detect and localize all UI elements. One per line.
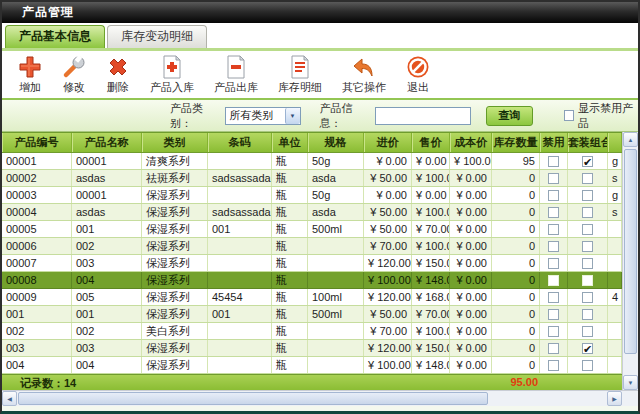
summary-bar: 记录数：14 95.00: [2, 374, 622, 390]
column-header-11[interactable]: 禁用: [540, 133, 568, 152]
combo-checkbox[interactable]: [582, 173, 593, 184]
cell: [308, 323, 364, 339]
combo-checkbox[interactable]: [582, 156, 593, 167]
cell: ¥ 150.0: [412, 255, 450, 271]
table-row[interactable]: 003003保湿系列瓶¥ 120.00¥ 150.0¥ 0.000: [2, 340, 622, 357]
cell: 00001: [2, 153, 72, 169]
scroll-right-icon[interactable]: ▶: [607, 391, 622, 406]
column-header-10[interactable]: 库存数量: [492, 133, 540, 152]
cell: 0: [492, 221, 540, 237]
cell: [608, 221, 622, 237]
disabled-checkbox[interactable]: [548, 292, 559, 303]
scroll-down-icon[interactable]: ▼: [623, 375, 638, 390]
combo-checkbox[interactable]: [582, 207, 593, 218]
table-row[interactable]: 00005001保湿系列001瓶500ml¥ 50.00¥ 70.00¥ 0.0…: [2, 221, 622, 238]
combo-checkbox[interactable]: [582, 241, 593, 252]
combo-checkbox[interactable]: [582, 292, 593, 303]
cell: [208, 238, 272, 254]
cell: ¥ 70.00: [412, 221, 450, 237]
show-disabled-checkbox[interactable]: [564, 110, 574, 121]
scroll-up-icon[interactable]: ▲: [623, 132, 638, 147]
table-row[interactable]: 004004保湿系列瓶¥ 100.00¥ 148.0¥ 0.000: [2, 357, 622, 374]
table-row[interactable]: 0000100001清爽系列瓶50g¥ 0.00¥ 0.00¥ 100.0095…: [2, 153, 622, 170]
disabled-checkbox[interactable]: [548, 343, 559, 354]
scrollbar-corner: [622, 391, 638, 406]
column-header-12[interactable]: 套装组合: [568, 133, 608, 152]
table-row[interactable]: 00004asdas保湿系列sadsassada瓶asda¥ 50.00¥ 10…: [2, 204, 622, 221]
column-header-4[interactable]: 条码: [208, 133, 272, 152]
other-actions-button[interactable]: 其它操作: [342, 55, 386, 95]
show-disabled-label: 显示禁用产品: [578, 101, 638, 131]
cell: [568, 238, 608, 254]
vertical-scroll-thumb[interactable]: [624, 149, 637, 354]
column-header-7[interactable]: 进价: [364, 133, 412, 152]
column-header-3[interactable]: 类别: [142, 133, 208, 152]
product-inbound-button[interactable]: 产品入库: [150, 55, 194, 95]
column-header-13[interactable]: [608, 133, 622, 152]
combo-checkbox[interactable]: [582, 190, 593, 201]
combo-checkbox[interactable]: [582, 224, 593, 235]
column-header-8[interactable]: 售价: [412, 133, 450, 152]
cell: 瓶: [272, 255, 308, 271]
table-row[interactable]: 001001保湿系列001瓶500ml¥ 50.00¥ 70.00¥ 0.000: [2, 306, 622, 323]
tab-product-basic-info[interactable]: 产品基本信息: [5, 25, 105, 48]
column-header-1[interactable]: 产品编号: [2, 133, 72, 152]
title-bar[interactable]: 产品管理: [2, 2, 638, 23]
modify-button[interactable]: 修改: [62, 55, 86, 95]
table-row[interactable]: 002002美白系列瓶¥ 70.00¥ 100.0¥ 0.000: [2, 323, 622, 340]
product-outbound-button[interactable]: 产品出库: [214, 55, 258, 95]
cell: 保湿系列: [142, 221, 208, 237]
cell: [540, 170, 568, 186]
delete-button[interactable]: 删除: [106, 55, 130, 95]
table-row[interactable]: 0000300001保湿系列瓶50g¥ 0.00¥ 0.00¥ 0.000g: [2, 187, 622, 204]
disabled-checkbox[interactable]: [548, 309, 559, 320]
cell: 0: [492, 357, 540, 373]
disabled-checkbox[interactable]: [548, 360, 559, 371]
combo-checkbox[interactable]: [582, 309, 593, 320]
disabled-checkbox[interactable]: [548, 156, 559, 167]
horizontal-scroll-thumb[interactable]: [18, 392, 488, 405]
exit-button[interactable]: 退出: [406, 55, 430, 95]
vertical-scrollbar[interactable]: ▲ ▼: [622, 132, 638, 390]
cell: 瓶: [272, 272, 308, 288]
combo-checkbox[interactable]: [582, 326, 593, 337]
table-row[interactable]: 00006002保湿系列瓶¥ 70.00¥ 100.0¥ 0.000: [2, 238, 622, 255]
cell: 004: [72, 357, 142, 373]
cell: 保湿系列: [142, 204, 208, 220]
cell: [608, 238, 622, 254]
disabled-checkbox[interactable]: [548, 275, 559, 286]
column-header-9[interactable]: 成本价: [450, 133, 492, 152]
horizontal-scrollbar[interactable]: ◀ ▶: [2, 390, 638, 406]
search-button[interactable]: 查询: [486, 106, 533, 126]
column-header-5[interactable]: 单位: [272, 133, 308, 152]
column-header-2[interactable]: 产品名称: [72, 133, 142, 152]
table-row[interactable]: 00002asdas祛斑系列sadsassada瓶asda¥ 50.00¥ 10…: [2, 170, 622, 187]
disabled-checkbox[interactable]: [548, 224, 559, 235]
add-button[interactable]: 增加: [18, 55, 42, 95]
disabled-checkbox[interactable]: [548, 326, 559, 337]
combo-checkbox[interactable]: [582, 275, 593, 286]
column-header-6[interactable]: 规格: [308, 133, 364, 152]
combo-checkbox[interactable]: [582, 343, 593, 354]
inventory-detail-button[interactable]: 库存明细: [278, 55, 322, 95]
combo-checkbox[interactable]: [582, 360, 593, 371]
product-info-input[interactable]: [375, 107, 471, 125]
cell: 001: [72, 306, 142, 322]
cell: asdas: [72, 204, 142, 220]
table-row[interactable]: 00007003保湿系列瓶¥ 120.00¥ 150.0¥ 0.000: [2, 255, 622, 272]
scroll-left-icon[interactable]: ◀: [2, 391, 17, 406]
combo-checkbox[interactable]: [582, 258, 593, 269]
disabled-checkbox[interactable]: [548, 241, 559, 252]
category-select[interactable]: 所有类别 ▼: [225, 107, 300, 125]
cell: ¥ 100.0: [412, 170, 450, 186]
disabled-checkbox[interactable]: [548, 207, 559, 218]
table-row[interactable]: 00008004保湿系列瓶¥ 100.00¥ 148.0¥ 0.000: [2, 272, 622, 289]
cell: [568, 289, 608, 305]
cell: 保湿系列: [142, 187, 208, 203]
table-row[interactable]: 00009005保湿系列45454瓶100ml¥ 120.00¥ 168.0¥ …: [2, 289, 622, 306]
tab-inventory-change-detail[interactable]: 库存变动明细: [107, 25, 207, 48]
disabled-checkbox[interactable]: [548, 173, 559, 184]
chevron-down-icon[interactable]: ▼: [285, 108, 300, 124]
disabled-checkbox[interactable]: [548, 258, 559, 269]
disabled-checkbox[interactable]: [548, 190, 559, 201]
